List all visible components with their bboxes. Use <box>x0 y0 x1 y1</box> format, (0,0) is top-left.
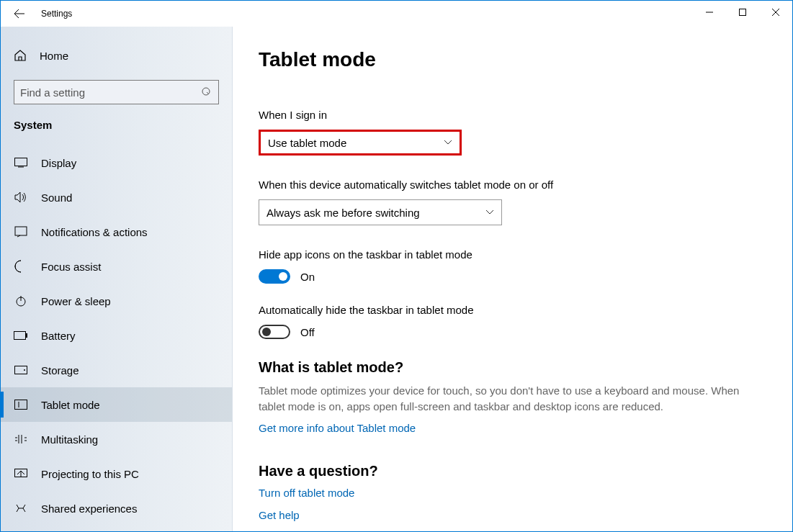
storage-icon <box>14 363 28 377</box>
maximize-button[interactable] <box>726 1 759 24</box>
svg-rect-9 <box>15 400 27 410</box>
sign-in-dropdown[interactable]: Use tablet mode <box>259 130 462 155</box>
maximize-icon <box>739 9 746 16</box>
nav-label: Power & sleep <box>41 295 111 307</box>
window-title: Settings <box>41 9 72 19</box>
sidebar-item-notifications[interactable]: Notifications & actions <box>1 215 232 249</box>
sidebar-item-focus-assist[interactable]: Focus assist <box>1 249 232 284</box>
title-bar: Settings <box>1 1 792 27</box>
svg-rect-2 <box>15 158 27 166</box>
svg-rect-6 <box>26 333 27 338</box>
sidebar-item-multitasking[interactable]: Multitasking <box>1 422 232 456</box>
sidebar-item-tablet-mode[interactable]: Tablet mode <box>1 387 232 422</box>
hide-icons-toggle[interactable] <box>259 269 290 284</box>
sidebar-item-sound[interactable]: Sound <box>1 180 232 215</box>
sidebar-home-label: Home <box>40 50 68 62</box>
search-input[interactable] <box>20 86 174 99</box>
nav-label: Storage <box>41 364 79 377</box>
window-controls <box>693 1 792 24</box>
auto-switch-value: Always ask me before switching <box>266 207 420 219</box>
sidebar-item-projecting[interactable]: Projecting to this PC <box>1 456 232 491</box>
focus-assist-icon <box>14 259 28 274</box>
question-link-get-help[interactable]: Get help <box>259 509 766 521</box>
info-heading: What is tablet mode? <box>259 359 766 376</box>
power-icon <box>14 294 28 308</box>
info-link[interactable]: Get more info about Tablet mode <box>259 422 766 434</box>
minimize-button[interactable] <box>693 1 726 24</box>
nav-label: Tablet mode <box>41 399 100 411</box>
home-icon <box>14 49 27 62</box>
toggle-knob <box>279 272 287 281</box>
main-content: Tablet mode When I sign in Use tablet mo… <box>233 27 792 531</box>
nav-label: Sound <box>41 191 72 204</box>
sidebar-nav: Display Sound Notifications & actions Fo… <box>1 145 232 526</box>
nav-label: Focus assist <box>41 261 101 273</box>
auto-switch-dropdown[interactable]: Always ask me before switching <box>259 199 502 225</box>
auto-hide-toggle[interactable] <box>259 325 290 339</box>
question-heading: Have a question? <box>259 463 766 479</box>
nav-label: Multitasking <box>41 433 98 446</box>
sound-icon <box>14 190 28 204</box>
chevron-down-icon <box>444 140 452 145</box>
hide-icons-state: On <box>300 271 315 283</box>
shared-experiences-icon <box>14 501 28 515</box>
chevron-down-icon <box>485 209 494 215</box>
search-icon <box>201 86 212 98</box>
sidebar-item-battery[interactable]: Battery <box>1 318 232 353</box>
auto-switch-label: When this device automatically switches … <box>259 179 766 191</box>
nav-label: Projecting to this PC <box>41 468 139 480</box>
nav-label: Display <box>41 157 76 169</box>
sidebar-home[interactable]: Home <box>1 41 232 70</box>
nav-label: Notifications & actions <box>41 226 148 238</box>
tablet-mode-icon <box>14 397 28 412</box>
sidebar: Home System Display Sound Notifications … <box>1 27 233 531</box>
toggle-knob <box>262 328 271 336</box>
sign-in-label: When I sign in <box>259 109 766 121</box>
arrow-left-icon <box>14 8 25 19</box>
back-button[interactable] <box>9 4 30 24</box>
sidebar-item-power-sleep[interactable]: Power & sleep <box>1 284 232 318</box>
multitasking-icon <box>14 432 28 446</box>
display-icon <box>14 155 28 170</box>
auto-hide-state: Off <box>300 326 315 338</box>
info-description: Tablet mode optimizes your device for to… <box>259 383 766 415</box>
notifications-icon <box>14 225 28 239</box>
projecting-icon <box>14 466 28 481</box>
close-icon <box>772 9 779 16</box>
sidebar-item-storage[interactable]: Storage <box>1 353 232 387</box>
close-button[interactable] <box>759 1 792 24</box>
question-link-turn-off[interactable]: Turn off tablet mode <box>259 487 766 499</box>
svg-rect-5 <box>14 332 26 340</box>
hide-icons-label: Hide app icons on the taskbar in tablet … <box>259 248 766 261</box>
auto-hide-label: Automatically hide the taskbar in tablet… <box>259 304 766 316</box>
nav-label: Shared experiences <box>41 502 137 515</box>
battery-icon <box>14 328 28 343</box>
svg-rect-3 <box>15 227 27 235</box>
sign-in-value: Use tablet mode <box>268 137 346 149</box>
nav-label: Battery <box>41 330 76 342</box>
sidebar-item-shared-experiences[interactable]: Shared experiences <box>1 491 232 526</box>
svg-point-8 <box>24 369 25 371</box>
sidebar-category: System <box>1 119 232 141</box>
search-box[interactable] <box>14 80 219 104</box>
svg-rect-0 <box>740 9 746 16</box>
page-title: Tablet mode <box>259 48 766 71</box>
minimize-icon <box>706 9 713 16</box>
sidebar-item-display[interactable]: Display <box>1 145 232 180</box>
